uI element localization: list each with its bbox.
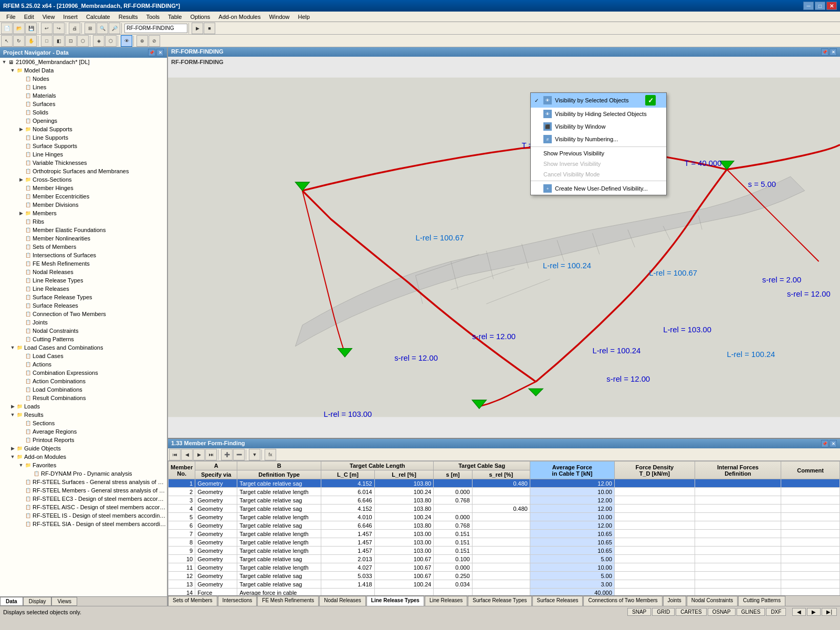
- table-cell[interactable]: Target cable relative length: [237, 547, 321, 555]
- table-cell[interactable]: [781, 513, 840, 521]
- nav-end[interactable]: ▶|: [822, 608, 837, 616]
- redo-button[interactable]: ↪: [53, 23, 65, 34]
- table-cell[interactable]: 0.151: [434, 547, 472, 555]
- table-cell[interactable]: Target cable relative length: [237, 513, 321, 521]
- dxf-toggle[interactable]: DXF: [766, 608, 786, 616]
- tree-item[interactable]: 📋Member Nonlinearities: [0, 234, 167, 243]
- table-row[interactable]: 11GeometryTarget cable relative length4.…: [169, 563, 840, 572]
- table-cell[interactable]: 103.80: [374, 496, 434, 505]
- table-cell[interactable]: [434, 589, 472, 596]
- table-cell[interactable]: 12.00: [530, 505, 614, 513]
- table-cell[interactable]: [695, 505, 781, 513]
- table-cell[interactable]: [614, 479, 695, 488]
- table-cell[interactable]: Target cable relative length: [237, 488, 321, 496]
- form-pin[interactable]: 📌: [821, 48, 828, 56]
- table-cell[interactable]: Geometry: [195, 530, 237, 538]
- table-cell[interactable]: [781, 555, 840, 563]
- tree-item[interactable]: ▼📁Load Cases and Combinations: [0, 343, 167, 352]
- table-cell[interactable]: 100.24: [374, 488, 434, 496]
- table-cell[interactable]: Target cable relative sag: [237, 505, 321, 513]
- table-cell[interactable]: Geometry: [195, 496, 237, 505]
- sheet-prev[interactable]: ◀: [181, 449, 193, 460]
- tree-item[interactable]: ▶📁Members: [0, 209, 167, 217]
- table-cell[interactable]: [374, 589, 434, 596]
- bottom-tab-joints[interactable]: Joints: [663, 596, 686, 606]
- table-cell[interactable]: [781, 572, 840, 580]
- ctx-visibility-window[interactable]: ⬛ Visibility by Window: [531, 120, 666, 133]
- table-cell[interactable]: 5: [169, 513, 195, 521]
- table-cell[interactable]: 103.80: [374, 479, 434, 488]
- table-cell[interactable]: [781, 530, 840, 538]
- bottom-tab-fe-mesh-refinements[interactable]: FE Mesh Refinements: [257, 596, 319, 606]
- tree-item[interactable]: 📋Member Divisions: [0, 201, 167, 209]
- table-cell[interactable]: [614, 547, 695, 555]
- table-cell[interactable]: 7: [169, 530, 195, 538]
- undo-button[interactable]: ↩: [41, 23, 52, 34]
- nav-pin-button[interactable]: 📌: [148, 49, 155, 56]
- table-cell[interactable]: [781, 547, 840, 555]
- table-cell[interactable]: 1.418: [321, 580, 375, 589]
- table-row[interactable]: 9GeometryTarget cable relative length1.4…: [169, 547, 840, 555]
- sheet-close[interactable]: ✕: [830, 440, 837, 447]
- table-cell[interactable]: [614, 589, 695, 596]
- table-cell[interactable]: [614, 496, 695, 505]
- menu-results[interactable]: Results: [114, 13, 142, 21]
- table-cell[interactable]: 4.010: [321, 513, 375, 521]
- table-cell[interactable]: 0.000: [434, 513, 472, 521]
- table-cell[interactable]: 11: [169, 563, 195, 572]
- tree-item[interactable]: 📋RF-DYNAM Pro - Dynamic analysis: [0, 469, 167, 478]
- bottom-tab-connections-of-two-members[interactable]: Connections of Two Members: [583, 596, 662, 606]
- table-cell[interactable]: 6.646: [321, 521, 375, 530]
- table-cell[interactable]: Target cable relative length: [237, 563, 321, 572]
- table-cell[interactable]: [472, 530, 530, 538]
- table-cell[interactable]: 10.00: [530, 488, 614, 496]
- table-cell[interactable]: [472, 563, 530, 572]
- table-cell[interactable]: 3.00: [530, 580, 614, 589]
- table-cell[interactable]: 0.000: [434, 488, 472, 496]
- tree-item[interactable]: 📋RF-STEEL SIA - Design of steel members …: [0, 520, 167, 528]
- sheet-pin[interactable]: 📌: [821, 440, 828, 447]
- table-cell[interactable]: 12.00: [530, 521, 614, 530]
- table-cell[interactable]: [781, 488, 840, 496]
- table-cell[interactable]: [781, 538, 840, 547]
- tree-item[interactable]: 📋Member Elastic Foundations: [0, 226, 167, 234]
- table-cell[interactable]: 5.00: [530, 555, 614, 563]
- zoom-in[interactable]: 🔍: [97, 23, 108, 34]
- table-cell[interactable]: 103.00: [374, 547, 434, 555]
- table-cell[interactable]: [472, 496, 530, 505]
- table-cell[interactable]: [695, 547, 781, 555]
- table-cell[interactable]: Geometry: [195, 505, 237, 513]
- bottom-tab-intersections[interactable]: Intersections: [218, 596, 257, 606]
- table-cell[interactable]: 100.67: [374, 563, 434, 572]
- table-cell[interactable]: [781, 563, 840, 572]
- top-view[interactable]: ⊡: [65, 35, 77, 47]
- bottom-tab-sets-of-members[interactable]: Sets of Members: [168, 596, 217, 606]
- table-cell[interactable]: Target cable relative sag: [237, 496, 321, 505]
- tree-item[interactable]: ▼📁Add-on Modules: [0, 453, 167, 461]
- view-area[interactable]: RF-FORM-FINDING: [168, 57, 840, 438]
- table-cell[interactable]: Geometry: [195, 563, 237, 572]
- tree-item[interactable]: 📋Solids: [0, 108, 167, 117]
- nav-close-button[interactable]: ✕: [156, 49, 164, 56]
- table-cell[interactable]: 8: [169, 538, 195, 547]
- table-row[interactable]: 2GeometryTarget cable relative length6.0…: [169, 488, 840, 496]
- wire-btn[interactable]: ⬡: [105, 35, 117, 47]
- table-cell[interactable]: 103.00: [374, 530, 434, 538]
- close-button[interactable]: ✕: [826, 2, 837, 10]
- tree-item[interactable]: 📋Connection of Two Members: [0, 310, 167, 318]
- menu-window[interactable]: Window: [265, 13, 293, 21]
- tree-item[interactable]: 📋Openings: [0, 117, 167, 125]
- module-field[interactable]: [124, 24, 187, 33]
- select-button[interactable]: ↖: [1, 35, 13, 47]
- bottom-tab-cutting-patterns[interactable]: Cutting Patterns: [738, 596, 785, 606]
- table-cell[interactable]: 0.250: [434, 572, 472, 580]
- menu-tools[interactable]: Tools: [142, 13, 164, 21]
- table-cell[interactable]: 1: [169, 479, 195, 488]
- table-cell[interactable]: 0.100: [434, 555, 472, 563]
- table-cell[interactable]: [614, 488, 695, 496]
- table-cell[interactable]: [321, 589, 375, 596]
- table-cell[interactable]: [472, 589, 530, 596]
- tree-item[interactable]: ▼📁Results: [0, 411, 167, 419]
- table-cell[interactable]: Geometry: [195, 580, 237, 589]
- table-row[interactable]: 1GeometryTarget cable relative sag4.1521…: [169, 479, 840, 488]
